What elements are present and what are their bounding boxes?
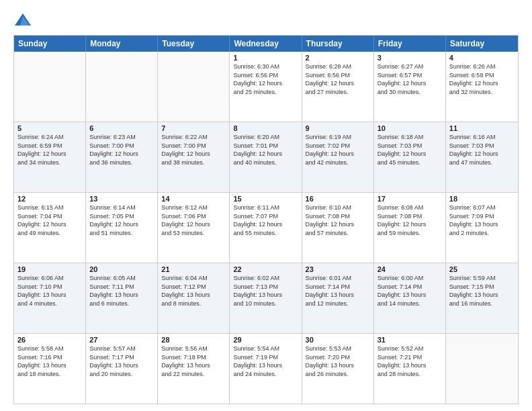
day-info: Sunrise: 6:26 AM Sunset: 6:58 PM Dayligh… bbox=[449, 62, 515, 96]
day-header: Sunday bbox=[14, 36, 86, 52]
day-header: Wednesday bbox=[230, 36, 302, 52]
page: SundayMondayTuesdayWednesdayThursdayFrid… bbox=[0, 0, 532, 411]
day-cell: 27Sunrise: 5:57 AM Sunset: 7:17 PM Dayli… bbox=[86, 334, 158, 404]
day-cell: 13Sunrise: 6:14 AM Sunset: 7:05 PM Dayli… bbox=[86, 193, 158, 263]
day-info: Sunrise: 6:20 AM Sunset: 7:01 PM Dayligh… bbox=[233, 133, 298, 167]
week-row: 19Sunrise: 6:06 AM Sunset: 7:10 PM Dayli… bbox=[14, 263, 518, 333]
day-info: Sunrise: 6:04 AM Sunset: 7:12 PM Dayligh… bbox=[161, 274, 226, 308]
day-number: 16 bbox=[306, 195, 370, 203]
day-cell: 2Sunrise: 6:28 AM Sunset: 6:56 PM Daylig… bbox=[302, 52, 374, 122]
day-number: 2 bbox=[306, 54, 370, 62]
day-number: 15 bbox=[233, 195, 298, 203]
day-info: Sunrise: 6:18 AM Sunset: 7:03 PM Dayligh… bbox=[378, 133, 442, 167]
day-info: Sunrise: 5:52 AM Sunset: 7:21 PM Dayligh… bbox=[378, 345, 442, 378]
day-info: Sunrise: 6:08 AM Sunset: 7:08 PM Dayligh… bbox=[378, 203, 442, 237]
day-cell: 3Sunrise: 6:27 AM Sunset: 6:57 PM Daylig… bbox=[374, 52, 446, 122]
day-info: Sunrise: 6:22 AM Sunset: 7:00 PM Dayligh… bbox=[161, 133, 226, 167]
day-number: 5 bbox=[17, 124, 82, 132]
day-cell bbox=[158, 52, 230, 122]
day-cell: 12Sunrise: 6:15 AM Sunset: 7:04 PM Dayli… bbox=[14, 193, 86, 263]
day-cell: 31Sunrise: 5:52 AM Sunset: 7:21 PM Dayli… bbox=[374, 334, 446, 404]
day-number: 18 bbox=[449, 195, 515, 203]
day-cell: 11Sunrise: 6:16 AM Sunset: 7:03 PM Dayli… bbox=[446, 122, 518, 192]
day-cell: 1Sunrise: 6:30 AM Sunset: 6:56 PM Daylig… bbox=[230, 52, 302, 122]
day-cell: 4Sunrise: 6:26 AM Sunset: 6:58 PM Daylig… bbox=[446, 52, 518, 122]
weeks: 1Sunrise: 6:30 AM Sunset: 6:56 PM Daylig… bbox=[14, 52, 518, 404]
day-info: Sunrise: 5:54 AM Sunset: 7:19 PM Dayligh… bbox=[233, 345, 298, 378]
logo-icon bbox=[13, 11, 32, 30]
day-number: 31 bbox=[378, 336, 442, 344]
day-info: Sunrise: 5:59 AM Sunset: 7:15 PM Dayligh… bbox=[449, 274, 515, 308]
day-cell: 16Sunrise: 6:10 AM Sunset: 7:08 PM Dayli… bbox=[302, 193, 374, 263]
day-info: Sunrise: 6:06 AM Sunset: 7:10 PM Dayligh… bbox=[17, 274, 82, 308]
day-number: 10 bbox=[378, 124, 442, 132]
day-cell: 29Sunrise: 5:54 AM Sunset: 7:19 PM Dayli… bbox=[230, 334, 302, 404]
day-info: Sunrise: 6:15 AM Sunset: 7:04 PM Dayligh… bbox=[17, 203, 82, 237]
day-cell: 26Sunrise: 5:58 AM Sunset: 7:16 PM Dayli… bbox=[14, 334, 86, 404]
day-info: Sunrise: 6:14 AM Sunset: 7:05 PM Dayligh… bbox=[89, 203, 154, 237]
day-number: 19 bbox=[17, 265, 82, 273]
day-info: Sunrise: 6:05 AM Sunset: 7:11 PM Dayligh… bbox=[89, 274, 154, 308]
day-cell: 24Sunrise: 6:00 AM Sunset: 7:14 PM Dayli… bbox=[374, 263, 446, 333]
week-row: 12Sunrise: 6:15 AM Sunset: 7:04 PM Dayli… bbox=[14, 192, 518, 263]
day-cell: 20Sunrise: 6:05 AM Sunset: 7:11 PM Dayli… bbox=[86, 263, 158, 333]
day-info: Sunrise: 5:53 AM Sunset: 7:20 PM Dayligh… bbox=[306, 345, 370, 378]
day-cell: 8Sunrise: 6:20 AM Sunset: 7:01 PM Daylig… bbox=[230, 122, 302, 192]
day-cell: 15Sunrise: 6:11 AM Sunset: 7:07 PM Dayli… bbox=[230, 193, 302, 263]
day-header: Monday bbox=[86, 36, 158, 52]
day-number: 23 bbox=[306, 265, 370, 273]
week-row: 26Sunrise: 5:58 AM Sunset: 7:16 PM Dayli… bbox=[14, 333, 518, 404]
day-cell: 19Sunrise: 6:06 AM Sunset: 7:10 PM Dayli… bbox=[14, 263, 86, 333]
day-number: 24 bbox=[378, 265, 442, 273]
day-info: Sunrise: 6:24 AM Sunset: 6:59 PM Dayligh… bbox=[17, 133, 82, 167]
day-number: 7 bbox=[161, 124, 226, 132]
day-info: Sunrise: 6:16 AM Sunset: 7:03 PM Dayligh… bbox=[449, 133, 515, 167]
day-number: 28 bbox=[161, 336, 226, 344]
day-number: 4 bbox=[449, 54, 515, 62]
day-number: 11 bbox=[449, 124, 515, 132]
day-number: 6 bbox=[89, 124, 154, 132]
day-number: 3 bbox=[378, 54, 442, 62]
day-info: Sunrise: 5:57 AM Sunset: 7:17 PM Dayligh… bbox=[89, 345, 154, 378]
day-cell: 30Sunrise: 5:53 AM Sunset: 7:20 PM Dayli… bbox=[302, 334, 374, 404]
day-info: Sunrise: 6:12 AM Sunset: 7:06 PM Dayligh… bbox=[161, 203, 226, 237]
day-number: 26 bbox=[17, 336, 82, 344]
day-info: Sunrise: 6:30 AM Sunset: 6:56 PM Dayligh… bbox=[233, 62, 298, 96]
day-number: 13 bbox=[89, 195, 154, 203]
day-info: Sunrise: 6:23 AM Sunset: 7:00 PM Dayligh… bbox=[89, 133, 154, 167]
day-cell bbox=[446, 334, 518, 404]
day-info: Sunrise: 5:56 AM Sunset: 7:18 PM Dayligh… bbox=[161, 345, 226, 378]
logo bbox=[13, 11, 35, 30]
week-row: 1Sunrise: 6:30 AM Sunset: 6:56 PM Daylig… bbox=[14, 52, 518, 122]
day-number: 14 bbox=[161, 195, 226, 203]
day-cell: 25Sunrise: 5:59 AM Sunset: 7:15 PM Dayli… bbox=[446, 263, 518, 333]
day-cell bbox=[14, 52, 86, 122]
day-number: 25 bbox=[449, 265, 515, 273]
day-cell: 10Sunrise: 6:18 AM Sunset: 7:03 PM Dayli… bbox=[374, 122, 446, 192]
day-info: Sunrise: 6:01 AM Sunset: 7:14 PM Dayligh… bbox=[306, 274, 370, 308]
day-cell: 28Sunrise: 5:56 AM Sunset: 7:18 PM Dayli… bbox=[158, 334, 230, 404]
header bbox=[13, 11, 519, 30]
day-number: 22 bbox=[233, 265, 298, 273]
day-number: 9 bbox=[306, 124, 370, 132]
day-header: Tuesday bbox=[158, 36, 230, 52]
day-cell: 18Sunrise: 6:07 AM Sunset: 7:09 PM Dayli… bbox=[446, 193, 518, 263]
day-cell: 6Sunrise: 6:23 AM Sunset: 7:00 PM Daylig… bbox=[86, 122, 158, 192]
day-number: 12 bbox=[17, 195, 82, 203]
day-headers: SundayMondayTuesdayWednesdayThursdayFrid… bbox=[14, 36, 518, 52]
day-cell bbox=[86, 52, 158, 122]
day-cell: 22Sunrise: 6:02 AM Sunset: 7:13 PM Dayli… bbox=[230, 263, 302, 333]
calendar: SundayMondayTuesdayWednesdayThursdayFrid… bbox=[13, 35, 519, 404]
day-number: 29 bbox=[233, 336, 298, 344]
day-info: Sunrise: 6:27 AM Sunset: 6:57 PM Dayligh… bbox=[378, 62, 442, 96]
day-cell: 14Sunrise: 6:12 AM Sunset: 7:06 PM Dayli… bbox=[158, 193, 230, 263]
day-info: Sunrise: 5:58 AM Sunset: 7:16 PM Dayligh… bbox=[17, 345, 82, 378]
day-cell: 21Sunrise: 6:04 AM Sunset: 7:12 PM Dayli… bbox=[158, 263, 230, 333]
day-cell: 23Sunrise: 6:01 AM Sunset: 7:14 PM Dayli… bbox=[302, 263, 374, 333]
day-number: 20 bbox=[89, 265, 154, 273]
day-cell: 5Sunrise: 6:24 AM Sunset: 6:59 PM Daylig… bbox=[14, 122, 86, 192]
day-info: Sunrise: 6:11 AM Sunset: 7:07 PM Dayligh… bbox=[233, 203, 298, 237]
day-number: 8 bbox=[233, 124, 298, 132]
day-header: Friday bbox=[374, 36, 446, 52]
day-cell: 7Sunrise: 6:22 AM Sunset: 7:00 PM Daylig… bbox=[158, 122, 230, 192]
